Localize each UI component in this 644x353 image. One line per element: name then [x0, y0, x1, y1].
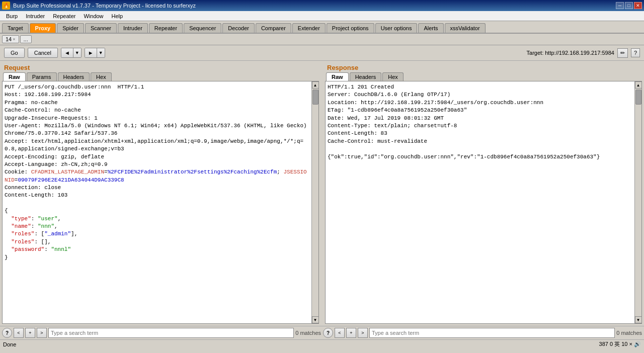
panel-divider[interactable]: [321, 63, 323, 324]
prev-dropdown-button[interactable]: ▼: [73, 48, 81, 57]
target-label: Target: http://192.168.199.217:5984: [527, 50, 614, 56]
request-search-next-button[interactable]: >: [37, 328, 47, 338]
response-search-input[interactable]: [369, 328, 615, 338]
window-controls[interactable]: ─ □ ✕: [616, 2, 642, 9]
request-tab-params[interactable]: Params: [27, 72, 57, 81]
tab-target[interactable]: Target: [2, 23, 29, 33]
go-button[interactable]: Go: [4, 48, 25, 58]
main-tabs: Target Proxy Spider Scanner Intruder Rep…: [0, 21, 644, 34]
sub-tab-close[interactable]: ×: [13, 37, 15, 42]
next-button[interactable]: ►: [85, 48, 97, 57]
tab-project-options[interactable]: Project options: [327, 23, 374, 33]
tab-scanner[interactable]: Scanner: [85, 23, 117, 33]
response-search-add-button[interactable]: +: [346, 328, 356, 338]
resp-scroll-track: [635, 89, 641, 316]
sub-tab-more-label: ...: [24, 36, 28, 42]
resp-scroll-up-arrow[interactable]: ▲: [635, 81, 642, 89]
response-search-prev-button[interactable]: <: [335, 328, 345, 338]
menu-item-intruder[interactable]: Intruder: [22, 12, 49, 20]
response-tab-raw[interactable]: Raw: [326, 72, 349, 81]
request-content-area: PUT /_users/org.couchdb.user:nnn HTTP/1.…: [2, 81, 319, 324]
response-search-next-button[interactable]: >: [358, 328, 368, 338]
menu-item-window[interactable]: Window: [79, 12, 107, 20]
app-title: Burp Suite Professional v1.7.37 - Tempor…: [13, 3, 196, 9]
request-search-help-button[interactable]: ?: [2, 328, 12, 338]
tab-alerts[interactable]: Alerts: [418, 23, 443, 33]
resp-scroll-down-arrow[interactable]: ▼: [635, 316, 642, 323]
request-tab-headers[interactable]: Headers: [58, 72, 90, 81]
request-panel-tabs: Raw Params Headers Hex: [2, 72, 319, 81]
response-panel: Response Raw Headers Hex HTTP/1.1 201 Cr…: [325, 63, 642, 324]
menu-item-help[interactable]: Help: [108, 12, 127, 20]
response-search-help-button[interactable]: ?: [323, 328, 333, 338]
response-panel-title: Response: [325, 63, 642, 72]
tab-extender[interactable]: Extender: [292, 23, 326, 33]
close-button[interactable]: ✕: [634, 2, 642, 9]
prev-nav-group: ◄ ▼: [61, 48, 82, 58]
tab-user-options[interactable]: User options: [375, 23, 418, 33]
tab-spider[interactable]: Spider: [57, 23, 84, 33]
request-panel: Request Raw Params Headers Hex PUT /_use…: [2, 63, 319, 324]
request-tab-hex[interactable]: Hex: [91, 72, 112, 81]
request-tab-raw[interactable]: Raw: [3, 72, 26, 81]
tab-sequencer[interactable]: Sequencer: [184, 23, 221, 33]
response-search-matches: 0 matches: [616, 330, 642, 336]
minimize-button[interactable]: ─: [616, 2, 624, 9]
sub-tabs: 14 × ...: [0, 34, 644, 45]
menu-bar: Burp Intruder Repeater Window Help: [0, 11, 644, 21]
response-scrollbar[interactable]: ▲ ▼: [634, 81, 641, 323]
cancel-button[interactable]: Cancel: [28, 48, 58, 58]
scroll-down-arrow[interactable]: ▼: [312, 316, 319, 323]
request-search-matches: 0 matches: [295, 330, 321, 336]
target-help-button[interactable]: ?: [631, 48, 640, 57]
sub-tab-14[interactable]: 14 ×: [2, 35, 19, 43]
response-search-bar: ? < + > 0 matches: [323, 328, 642, 338]
response-text[interactable]: HTTP/1.1 201 Created Server: CouchDB/1.6…: [326, 81, 634, 323]
next-nav-group: ► ▼: [85, 48, 105, 58]
request-search-prev-button[interactable]: <: [14, 328, 24, 338]
request-search-input[interactable]: [48, 328, 294, 338]
title-bar: 🔥 Burp Suite Professional v1.7.37 - Temp…: [0, 0, 644, 11]
request-text[interactable]: PUT /_users/org.couchdb.user:nnn HTTP/1.…: [3, 81, 311, 323]
tab-xssvalidator[interactable]: xssValidator: [445, 23, 486, 33]
request-scrollbar[interactable]: ▲ ▼: [311, 81, 318, 323]
scroll-track: [312, 89, 318, 316]
sub-tab-label: 14: [6, 36, 12, 42]
prev-button[interactable]: ◄: [61, 48, 73, 57]
tab-repeater[interactable]: Repeater: [149, 23, 183, 33]
menu-item-burp[interactable]: Burp: [2, 12, 22, 20]
request-search-bar: ? < + > 0 matches: [2, 328, 321, 338]
resp-scroll-thumb[interactable]: [635, 90, 641, 105]
target-edit-button[interactable]: ✏: [617, 48, 628, 58]
search-bars: ? < + > 0 matches ? < + > 0 matches: [0, 326, 644, 339]
tab-decoder[interactable]: Decoder: [222, 23, 255, 33]
response-tab-hex[interactable]: Hex: [382, 72, 404, 81]
status-right: 387 0 英 10 × 🔊: [599, 340, 641, 348]
scroll-up-arrow[interactable]: ▲: [312, 81, 319, 89]
response-tab-headers[interactable]: Headers: [350, 72, 382, 81]
response-panel-tabs: Raw Headers Hex: [325, 72, 642, 81]
app-icon: 🔥: [2, 2, 10, 10]
menu-item-repeater[interactable]: Repeater: [49, 12, 79, 20]
tab-comparer[interactable]: Comparer: [256, 23, 291, 33]
response-content-area: HTTP/1.1 201 Created Server: CouchDB/1.6…: [325, 81, 642, 324]
sub-tab-more[interactable]: ...: [20, 35, 32, 43]
tab-proxy[interactable]: Proxy: [30, 23, 56, 33]
maximize-button[interactable]: □: [625, 2, 633, 9]
status-bar: Done 387 0 英 10 × 🔊: [0, 339, 644, 348]
request-panel-title: Request: [2, 63, 319, 72]
tab-intruder[interactable]: Intruder: [118, 23, 148, 33]
status-left: Done: [3, 341, 16, 347]
request-search-add-button[interactable]: +: [25, 328, 35, 338]
scroll-thumb[interactable]: [312, 90, 318, 105]
main-content: Request Raw Params Headers Hex PUT /_use…: [0, 61, 644, 326]
next-dropdown-button[interactable]: ▼: [97, 48, 105, 57]
toolbar: Go Cancel ◄ ▼ ► ▼ Target: http://192.168…: [0, 45, 644, 61]
